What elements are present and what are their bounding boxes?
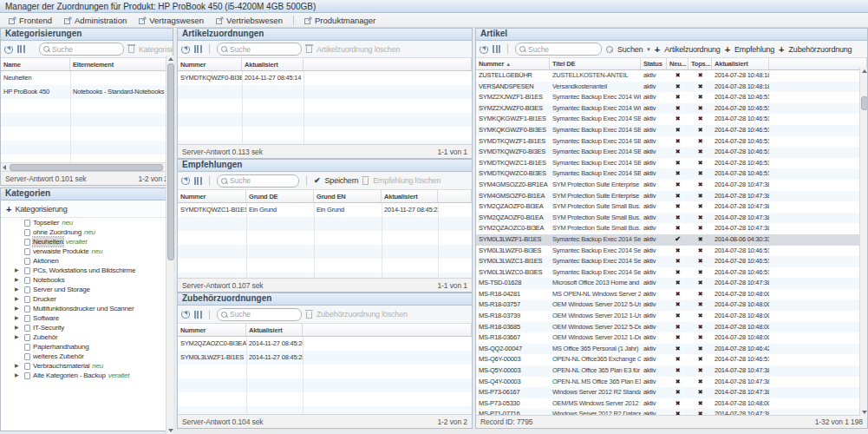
columns-icon[interactable] xyxy=(17,45,25,53)
table-row[interactable]: SYM2QZAOZC0-BI3EA2014-11-27 08:45:26 xyxy=(178,337,472,351)
refresh-icon[interactable] xyxy=(181,176,190,185)
tree-item[interactable]: Topsellerneu xyxy=(1,218,173,227)
expand-arrow-icon[interactable]: ▶ xyxy=(15,294,22,304)
column-header-name[interactable]: Name xyxy=(1,58,70,70)
table-row[interactable]: SYM0L3LWZF0-BI3ESSymantec Backup Exec 20… xyxy=(476,246,867,257)
search-input[interactable] xyxy=(230,176,295,185)
columns-icon[interactable] xyxy=(194,177,202,185)
table-row[interactable]: MS-TSD-01628Microsoft Office 2013 Home a… xyxy=(476,278,867,289)
tree-vertical-scrollbar[interactable] xyxy=(166,187,173,431)
table-row[interactable]: SYM2QZAOZF0-BI1EASYM Protection Suite Sm… xyxy=(476,213,867,224)
table-row[interactable]: SYM0L3LWZC0-BI3ESSymantec Backup Exec 20… xyxy=(476,267,867,279)
scrollbar-thumb[interactable] xyxy=(861,96,868,110)
tree-item[interactable]: ▶Notebooks xyxy=(1,275,173,285)
suchen-button[interactable]: Suchen xyxy=(617,45,643,54)
column-header-status[interactable]: Status xyxy=(641,58,667,69)
horizontal-scrollbar[interactable] xyxy=(1,162,173,171)
table-row[interactable]: SYMDTKQWZF1-BI1ESSymantec Backup Exec 20… xyxy=(476,136,867,148)
search-input[interactable] xyxy=(230,310,297,319)
delete-kategorisierung-button[interactable]: Kategorisierung löschen xyxy=(139,45,173,54)
expand-arrow-icon[interactable]: ▶ xyxy=(15,285,22,294)
column-header-aktualisiert[interactable]: Aktualisiert xyxy=(382,190,438,202)
delete-artikelzuordnung-button[interactable]: Artikelzuordnung löschen xyxy=(317,45,400,54)
table-row[interactable]: SYM2QZAOZC0-BI3EASYM Protection Suite Sm… xyxy=(476,223,867,234)
column-header-neu[interactable]: Neu... xyxy=(667,58,689,69)
column-header-nummer[interactable]: Nummer xyxy=(178,190,246,202)
table-row[interactable]: SYMDTKQWZC1-BI1ESSymantec Backup Exec 20… xyxy=(476,158,867,169)
tree-item[interactable]: ▶Zubehör xyxy=(1,332,173,342)
add-kategorisierung-button[interactable]: + Kategorisierung xyxy=(1,201,173,218)
table-row[interactable]: MS-QQ2-00047MS Office 365 Personal (1 Ja… xyxy=(476,344,867,355)
scroll-down-icon[interactable] xyxy=(862,411,867,414)
delete-zubehoerzuordnung-button[interactable]: Zubehörzuordnung löschen xyxy=(317,310,408,319)
column-header-aktualisiert[interactable]: Aktualisiert xyxy=(242,58,303,70)
tree-item[interactable]: ohne Zuordnungneu xyxy=(1,227,173,237)
column-header-grund-de[interactable]: Grund DE xyxy=(246,190,314,202)
columns-icon[interactable] xyxy=(194,311,202,319)
tree-item[interactable]: Papierhandhabung xyxy=(1,342,173,352)
tree-item[interactable]: ▶Software xyxy=(1,313,173,323)
column-header-elternelement[interactable]: Elternelement xyxy=(70,58,173,70)
column-header-aktualisiert[interactable]: Aktualisiert xyxy=(712,58,769,69)
table-row[interactable]: MS-R18-03667OEM Windows Server 2012 1-De… xyxy=(476,332,867,344)
refresh-icon[interactable] xyxy=(181,45,190,54)
search-input[interactable] xyxy=(230,45,297,54)
expand-arrow-icon[interactable]: ▶ xyxy=(15,371,22,380)
refresh-icon[interactable] xyxy=(181,310,190,319)
table-row[interactable]: SYM0L3LWZF1-BI1ESSymantec Backup Exec 20… xyxy=(476,234,867,246)
tree-item[interactable]: ▶Server und Storage xyxy=(1,285,173,294)
column-header-nummer[interactable]: Nummer ▲ xyxy=(476,58,550,69)
table-row[interactable]: Neuheiten xyxy=(1,71,173,85)
tree-item[interactable]: Neuheitenveraltet xyxy=(1,237,173,247)
table-row[interactable]: SYMZ2XJWZF0-BI3ESSymantec Backup Exec 20… xyxy=(476,103,867,115)
table-row[interactable]: SYM2QZAOZF0-BI3EASYM Protection Suite Sm… xyxy=(476,201,867,213)
expand-arrow-icon[interactable]: ▶ xyxy=(15,275,22,285)
column-header-titel-de[interactable]: Titel DE xyxy=(550,58,641,69)
add-zubehoerzuordnung-button[interactable]: Zubehörzuordnung xyxy=(789,45,852,54)
menu-frontend[interactable]: Frontend xyxy=(4,15,56,27)
table-row[interactable]: MS-P73-05330OEM/MS Windows Server 2012 S… xyxy=(476,398,867,410)
menu-administration[interactable]: Administration xyxy=(60,15,131,27)
column-header-nummer[interactable]: Nummer xyxy=(178,58,242,70)
save-button[interactable]: Speichern xyxy=(325,176,359,185)
table-row[interactable]: MS-P73-06167Windows Server 2012 R2 Stand… xyxy=(476,387,867,398)
table-row[interactable]: SYMZ2XJWZF1-BI1ESSymantec Backup Exec 20… xyxy=(476,92,867,103)
table-row[interactable]: SYMDTKQWZF0-BI3ESSymantec Backup Exec 20… xyxy=(476,147,867,158)
menu-vertriebswesen[interactable]: Vertriebswesen xyxy=(212,15,287,27)
column-header-aktualisiert[interactable]: Aktualisiert xyxy=(246,324,303,336)
table-row[interactable]: MS-R18-03757OEM Windows Server 2012 5-Us… xyxy=(476,299,867,311)
columns-icon[interactable] xyxy=(493,45,500,53)
refresh-icon[interactable] xyxy=(480,45,488,54)
search-input[interactable] xyxy=(528,45,597,54)
table-row[interactable]: SYMDTKQWZC0-BI3ESSymantec Backup Exec 20… xyxy=(476,168,867,180)
menu-vertragswesen[interactable]: Vertragswesen xyxy=(134,15,208,27)
refresh-icon[interactable] xyxy=(4,45,13,54)
scroll-up-icon[interactable] xyxy=(862,69,867,73)
tree-item[interactable]: ▶Drucker xyxy=(1,294,173,304)
scroll-down-icon[interactable] xyxy=(168,429,173,431)
add-empfehlung-button[interactable]: Empfehlung xyxy=(734,45,774,54)
scrollbar-thumb[interactable] xyxy=(10,164,163,171)
table-row[interactable]: ZUSTELLGEBÜHRZUSTELLKOSTEN-ANTEILaktiv✖✖… xyxy=(476,70,867,82)
expand-arrow-icon[interactable]: ▶ xyxy=(15,332,22,342)
table-row[interactable]: VERSANDSPESENVersandkostenanteilaktiv✖✖2… xyxy=(476,82,867,93)
tree-item[interactable]: ▶Verbrauchsmaterialneu xyxy=(1,361,173,371)
expand-arrow-icon[interactable]: ▶ xyxy=(15,361,22,371)
table-row[interactable]: MS-R18-03739OEM Windows Server 2012 1-Us… xyxy=(476,311,867,322)
table-row[interactable]: SYMKQKGWZF0-BI3ESSymantec Backup Exec 20… xyxy=(476,125,867,136)
table-row[interactable]: SYM0L3LWZF1-BI1ES2014-11-27 08:45:28 xyxy=(178,351,472,365)
table-row[interactable]: MS-Q6Y-00003OPEN-NL Office365 Exchange O… xyxy=(476,354,867,365)
table-row[interactable]: SYMDTKQWZC1-BI1ESEin GrundEin Grund2014-… xyxy=(178,203,472,217)
table-row[interactable]: MS-Q4Y-00003OPEN-NL MS Office 365 Plan E… xyxy=(476,377,867,388)
scrollbar-thumb[interactable] xyxy=(167,187,173,260)
tree-item[interactable]: ▶Multifunktionsdrucker und Scanner xyxy=(1,304,173,313)
table-row[interactable]: SYMDTKQWZF0-BI3ES2014-11-27 08:45:14 xyxy=(178,71,472,85)
table-row[interactable]: MS-Q5Y-00003OPEN-NL Office 365 Plan E3 f… xyxy=(476,365,867,377)
expand-arrow-icon[interactable]: ▶ xyxy=(15,266,22,275)
tree-item[interactable]: ▶IT-Security xyxy=(1,323,173,332)
tree-item[interactable]: verwaiste Produkteneu xyxy=(1,247,173,256)
column-header-grund-en[interactable]: Grund EN xyxy=(314,190,382,202)
delete-empfehlung-button[interactable]: Empfehlung löschen xyxy=(373,176,441,185)
table-row[interactable]: SYMKQKGWZF1-BI1ESSymantec Backup Exec 20… xyxy=(476,114,867,125)
chevron-down-icon[interactable]: ▾ xyxy=(647,46,650,53)
